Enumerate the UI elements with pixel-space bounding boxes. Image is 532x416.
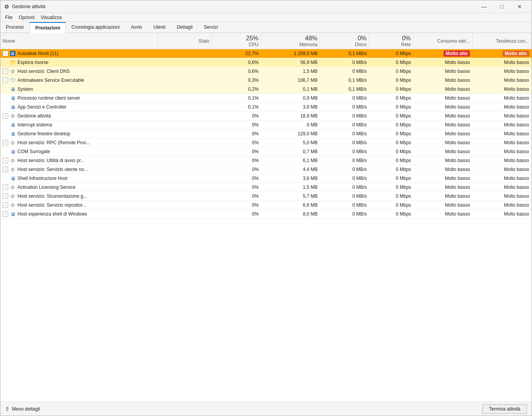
- process-stato: [158, 129, 211, 138]
- tab-servizi[interactable]: Servizi: [198, 22, 224, 33]
- expand-button[interactable]: ›: [3, 51, 8, 56]
- process-cpu: 0%: [212, 201, 261, 210]
- process-name-text: Antimalware Service Executable: [17, 78, 84, 83]
- process-stato: [158, 67, 211, 76]
- menu-file[interactable]: File: [2, 14, 16, 21]
- process-cpu: 0%: [212, 129, 261, 138]
- process-rete: 0 Mbps: [369, 67, 413, 76]
- process-rete: 0 Mbps: [369, 138, 413, 147]
- expand-button[interactable]: ›: [3, 202, 8, 208]
- less-details-button[interactable]: ⇧ Meno dettagli: [5, 406, 40, 412]
- process-rete: 0 Mbps: [369, 174, 413, 183]
- th-rete[interactable]: 0% Rete: [369, 33, 413, 49]
- tab-dettagli[interactable]: Dettagli: [172, 22, 199, 33]
- table-row[interactable]: 🖥 System 0,2% 0,1 MB 0,1 MB/s 0 Mbps Mol…: [0, 85, 532, 94]
- expand-button[interactable]: ›: [3, 78, 8, 83]
- process-cpu: 0%: [212, 174, 261, 183]
- menu-opzioni[interactable]: Opzioni: [16, 14, 38, 21]
- main-window: ⚙ Gestione attività — □ ✕ File Opzioni V…: [0, 0, 532, 416]
- maximize-button[interactable]: □: [493, 0, 511, 13]
- table-row[interactable]: › ⚙ Host servizio: Client DNS 0,6% 1,5 M…: [0, 67, 532, 76]
- th-disco[interactable]: 0% Disco: [320, 33, 369, 49]
- process-cpu: 0,1%: [212, 103, 261, 112]
- process-tendenza: Molto basso: [472, 121, 531, 129]
- process-rete: 0 Mbps: [369, 58, 413, 67]
- expand-button[interactable]: ›: [3, 69, 8, 74]
- process-consumo: Molto basso: [413, 85, 472, 94]
- process-tendenza: Molto basso: [472, 210, 531, 219]
- process-tendenza: Molto basso: [472, 138, 531, 147]
- expand-button[interactable]: ›: [3, 185, 8, 190]
- table-row[interactable]: › 🖥 Host esperienza shell di Windows 0% …: [0, 210, 532, 219]
- table-row[interactable]: › ⚙ Host servizio: Strumentazione g... 0…: [0, 192, 532, 201]
- close-button[interactable]: ✕: [511, 0, 529, 13]
- process-stato: [158, 112, 211, 121]
- table-row[interactable]: 🖥 Shell Infrastructure Host 0% 3,6 MB 0 …: [0, 174, 532, 183]
- menu-visualizza[interactable]: Visualizza: [38, 14, 65, 21]
- table-row[interactable]: › ⚙ Host servizio: Servizio utente no...…: [0, 165, 532, 174]
- expand-button[interactable]: ›: [3, 113, 8, 119]
- th-stato[interactable]: Stato: [158, 33, 211, 49]
- table-row[interactable]: › ⚙ Host servizio: Utilità di avvio pr..…: [0, 156, 532, 165]
- expand-button[interactable]: ›: [3, 211, 8, 217]
- th-net-pct: 0%: [372, 35, 411, 42]
- table-row[interactable]: 🖥 Processo runtime client server 0,1% 0,…: [0, 94, 532, 103]
- table-row[interactable]: › R Autodesk Revit (11) 22,7% 1.209,0 MB…: [0, 49, 532, 58]
- process-consumo: Molto basso: [413, 94, 472, 103]
- th-cpu[interactable]: 25% CPU: [212, 33, 261, 49]
- expand-button[interactable]: ›: [3, 167, 8, 172]
- expand-button[interactable]: ›: [3, 158, 8, 163]
- tab-cronologia[interactable]: Cronologia applicazioni: [66, 22, 125, 33]
- process-name-text: Host servizio: Utilità di avvio pr...: [17, 158, 85, 163]
- process-memoria: 0,7 MB: [261, 147, 320, 156]
- process-tendenza: Molto basso: [472, 183, 531, 192]
- table-row[interactable]: 📁 Esplora risorse 0,6% 56,9 MB 0 MB/s 0 …: [0, 58, 532, 67]
- th-memoria[interactable]: 48% Memoria: [261, 33, 320, 49]
- process-disco: 0,1 MB/s: [320, 85, 369, 94]
- process-name-text: Activation Licensing Service: [17, 185, 75, 190]
- th-tendenza[interactable]: Tendenza con...: [472, 33, 531, 49]
- process-icon: ⚙: [10, 113, 16, 119]
- minimize-button[interactable]: —: [475, 0, 493, 13]
- table-row[interactable]: 🖥 App Servizi e Controller 0,1% 3,6 MB 0…: [0, 103, 532, 112]
- process-stato: [158, 94, 211, 103]
- table-row[interactable]: › ⚙ Gestione attività 0% 18,9 MB 0 MB/s …: [0, 112, 532, 121]
- process-stato: [158, 192, 211, 201]
- table-row[interactable]: 🖥 COM Surrogate 0% 0,7 MB 0 MB/s 0 Mbps …: [0, 147, 532, 156]
- process-consumo: Molto basso: [413, 165, 472, 174]
- expand-button[interactable]: ›: [3, 140, 8, 145]
- process-icon: ⚙: [10, 68, 16, 74]
- table-row[interactable]: › ⚙ Host servizio: RPC (Remote Proc... 0…: [0, 138, 532, 147]
- process-tendenza: Molto basso: [472, 103, 531, 112]
- process-rete: 0 Mbps: [369, 85, 413, 94]
- process-disco: 0 MB/s: [320, 112, 369, 121]
- tab-processi[interactable]: Processi: [0, 22, 29, 33]
- terminate-button[interactable]: Termina attività: [482, 404, 527, 414]
- process-memoria: 0,1 MB: [261, 85, 320, 94]
- process-stato: [158, 49, 211, 58]
- process-tendenza: Molto basso: [472, 112, 531, 121]
- tab-utenti[interactable]: Utenti: [148, 22, 171, 33]
- table-row[interactable]: › 🛡 Antimalware Service Executable 0,3% …: [0, 76, 532, 85]
- expand-button[interactable]: ›: [3, 193, 8, 199]
- process-tendenza: Molto basso: [472, 129, 531, 138]
- table-row[interactable]: › ⚙ Host servizio: Servizio repositor...…: [0, 201, 532, 210]
- process-table-wrapper[interactable]: Nome Stato 25% CPU 48% Memoria: [0, 33, 532, 402]
- table-row[interactable]: › ⚙ Activation Licensing Service 0% 1,5 …: [0, 183, 532, 192]
- process-icon: 🖥: [10, 95, 16, 101]
- process-cpu: 0%: [212, 121, 261, 129]
- process-name-text: System: [17, 86, 33, 92]
- process-icon: 🖥: [10, 175, 16, 181]
- process-cpu: 0%: [212, 165, 261, 174]
- tab-avvio[interactable]: Avvio: [125, 22, 148, 33]
- table-row[interactable]: 🖥 Gestione finestre desktop 0% 129,0 MB …: [0, 129, 532, 138]
- table-row[interactable]: 🖥 Interrupt sistema 0% 0 MB 0 MB/s 0 Mbp…: [0, 121, 532, 129]
- process-list: › R Autodesk Revit (11) 22,7% 1.209,0 MB…: [0, 49, 532, 219]
- th-name[interactable]: Nome: [0, 33, 158, 49]
- process-name-cell: › 🛡 Antimalware Service Executable: [0, 76, 158, 85]
- process-disco: 0 MB/s: [320, 201, 369, 210]
- process-rete: 0 Mbps: [369, 129, 413, 138]
- process-stato: [158, 76, 211, 85]
- tab-prestazioni[interactable]: Prestazioni: [29, 22, 66, 33]
- th-consumo[interactable]: Consumo elet...: [413, 33, 472, 49]
